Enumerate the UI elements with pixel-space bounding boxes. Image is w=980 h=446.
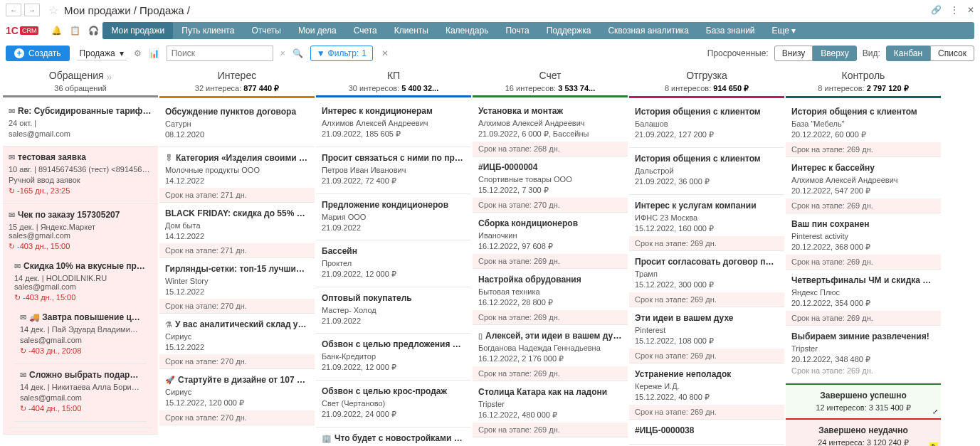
menu-item-9[interactable]: Сквозная аналитика (599, 22, 697, 39)
nav-back-button[interactable]: ← (6, 4, 21, 16)
favorite-star-icon[interactable]: ☆ (48, 4, 58, 17)
kanban-card[interactable]: 🏢Что будет с новостройками в 2023-м?Циан… (316, 428, 471, 446)
plus-icon: + (14, 48, 24, 58)
create-button[interactable]: + Создать (6, 46, 70, 61)
gear-icon[interactable]: ⚙ (134, 48, 142, 58)
brand-logo: 1C CRM (6, 25, 38, 36)
kanban-card[interactable]: Просит связаться с ними по продаже к...П… (316, 147, 471, 194)
link-icon[interactable]: 🔗 (931, 5, 942, 15)
card-type-icon: 🎖 (165, 154, 173, 162)
kanban-card[interactable]: Оптовый покупательМастер- Холод21.09.202… (316, 287, 471, 334)
breadcrumb: Мои продажи / Продажа / (64, 4, 190, 16)
card-type-icon: ⚗ (165, 320, 172, 329)
kanban-card[interactable]: ▯Алексей, эти идеи в вашем духеБогданова… (473, 325, 628, 381)
headset-icon[interactable]: 🎧 (86, 23, 100, 38)
close-window-icon[interactable]: ✕ (967, 5, 974, 15)
menu-item-10[interactable]: База знаний (697, 22, 764, 39)
filter-clear-icon[interactable]: ✕ (381, 48, 389, 58)
menu-item-5[interactable]: Клиенты (386, 22, 437, 39)
toggle-Канбан[interactable]: Канбан (886, 46, 930, 61)
kanban-card[interactable]: BLACK FRIDAY: скидка до 55% или уро...До… (159, 203, 315, 258)
card-type-icon: ✉ (20, 313, 26, 322)
column-footer-fail[interactable]: Завершено неудачно24 интереса: 3 120 240… (786, 418, 941, 446)
clipboard-icon[interactable]: 📋 (68, 23, 82, 38)
kanban-card[interactable]: Гирлянды-сетки: топ-15 лучших модел...Wi… (159, 258, 315, 314)
toggle-Вверху[interactable]: Вверху (813, 46, 856, 61)
card-type-icon: 🚀 (165, 376, 175, 384)
kanban-card[interactable]: БассейнПроктел21.09.2022, 12 000 ₽ (316, 240, 471, 287)
search-icon[interactable]: 🔍 (293, 48, 303, 58)
kanban-card[interactable]: 🎖Категория «Изделия своими руками...Моло… (159, 147, 315, 203)
stage-duration: Срок на этапе: 269 дн. (473, 366, 628, 381)
kanban-card[interactable]: #ИЦБ-0000004Спортивные товары ООО15.12.2… (473, 156, 628, 213)
kanban-column: Счет 16 интересов: 3 533 74... Установка… (473, 65, 628, 446)
kanban-card[interactable]: Просит согласовать договор партнераТрамп… (629, 251, 784, 307)
kebab-menu-icon[interactable]: ⋮ (950, 5, 959, 15)
menubar: 1C CRM 🔔 📋 🎧 Мои продажиПуть клиентаОтче… (0, 20, 980, 41)
bell-icon[interactable]: 🔔 (49, 23, 63, 38)
kanban-card[interactable]: 🚀Стартуйте в дизайне от 107 ₽ в деньСири… (159, 369, 315, 425)
column-header: КП 30 интересов: 5 400 32... (316, 65, 471, 100)
kanban-card[interactable]: ✉Скидка 10% на вкусные продукты ...14 де… (9, 255, 152, 428)
entity-select[interactable]: Продажа ▾ (77, 47, 127, 60)
kanban-card[interactable]: ✉Сложно выбрать подарок? 🎁14 дек. | Ники… (14, 364, 147, 422)
kanban-card[interactable]: ✉тестовая заявка10 авг. | 89145674536 (т… (3, 147, 158, 204)
toggle-Список[interactable]: Список (930, 46, 974, 61)
kanban-card[interactable]: ✉Re: Субсидированные тарифы на ...24 окт… (3, 100, 158, 147)
kanban-card[interactable]: История общения с клиентомБаза "Мебель"2… (786, 101, 941, 157)
menu-item-6[interactable]: Календарь (437, 22, 497, 39)
kanban-card[interactable]: Обзвон с целью предложения услугБанк-Кре… (316, 334, 471, 381)
toolbar: + Создать Продажа ▾ ⚙ 📊 × 🔍 ▼ Фильтр: 1 … (0, 41, 980, 65)
stage-duration: Срок на этапе: 269 дн. (473, 310, 628, 324)
kanban-card[interactable]: ✉Чек по заказу 15730520715 дек. | Яндекс… (3, 204, 158, 435)
kanban-card[interactable]: Интерес к услугам компанииИФНС 23 Москва… (629, 195, 784, 251)
kanban-card[interactable]: #ИЦБ-0000038 (629, 420, 784, 445)
kanban-card[interactable]: Установка и монтажАлхимов Алексей Андрее… (473, 100, 628, 156)
kanban-card[interactable]: Обзвон с целью крос-продажСвет (Чертанов… (316, 381, 471, 428)
menu-item-11[interactable]: Еще ▾ (764, 22, 805, 39)
column-footer-success[interactable]: Завершено успешно12 интересов: 3 315 400… (786, 383, 941, 418)
kanban-card[interactable]: Обсуждение пунктов договораСатурн08.12.2… (159, 101, 315, 147)
kanban-card[interactable]: Устранение неполадокКереже И.Д.15.12.202… (629, 363, 784, 420)
kanban-card[interactable]: ✉🚚 Завтра повышение цен!14 дек. | Пай Эд… (14, 307, 147, 364)
kanban-card[interactable]: Сборка кондиционеровИваночкин16.12.2022,… (473, 213, 628, 269)
nav-forward-button[interactable]: → (24, 4, 40, 16)
kanban-card[interactable]: Четвертьфиналы ЧМ и скидка в ЕдеЯндекс П… (786, 270, 941, 326)
kanban-card[interactable]: Ваш пин сохраненPinterest activity20.12.… (786, 213, 941, 270)
column-header: Счет 16 интересов: 3 533 74... (473, 65, 628, 100)
menu-item-2[interactable]: Отчеты (243, 22, 289, 39)
filter-chip[interactable]: ▼ Фильтр: 1 (310, 46, 373, 61)
kanban-card[interactable]: История общения с клиентомДальстрой21.09… (629, 148, 784, 195)
toggle-Внизу[interactable]: Внизу (774, 46, 813, 61)
kanban-card[interactable]: ⚗У вас аналитический склад ума?Сириус15.… (159, 314, 315, 369)
search-input[interactable] (167, 46, 273, 61)
kanban-card[interactable]: Эти идеи в вашем духеPinterest15.12.2022… (629, 307, 784, 363)
menu-item-7[interactable]: Почта (497, 22, 537, 39)
menu-item-1[interactable]: Путь клиента (173, 22, 243, 39)
menu-item-8[interactable]: Поддержка (538, 22, 600, 39)
search-clear-icon[interactable]: × (280, 48, 285, 58)
stage-duration: Срок на этапе: 269 дн. (786, 142, 941, 156)
kanban-column: Обращения » 36 обращений ✉Re: Субсидиров… (3, 65, 158, 446)
kanban-card[interactable]: Столица Катара как на ладониTripster16.1… (473, 381, 628, 437)
kanban-card[interactable]: Интерес к кондиционерамАлхимов Алексей А… (316, 100, 471, 147)
kanban-card[interactable]: История общения с клиентомБалашов21.09.2… (629, 101, 784, 148)
kanban-card[interactable]: Интерес к бассейнуАлхимов Алексей Андрее… (786, 157, 941, 213)
stage-duration: Срок на этапе: 269 дн. (786, 255, 941, 269)
note-icon[interactable]: ✎ (929, 442, 938, 446)
card-type-icon: ▯ (478, 331, 483, 340)
stage-duration: Срок на этапе: 269 дн. (473, 254, 628, 268)
menu-item-4[interactable]: Счета (345, 22, 386, 39)
expand-icon[interactable]: ⤢ (932, 408, 938, 415)
kanban-board: Обращения » 36 обращений ✉Re: Субсидиров… (0, 65, 980, 446)
column-header: Контроль 8 интересов: 2 797 120 ₽ (786, 65, 941, 101)
chart-icon[interactable]: 📊 (149, 48, 159, 58)
card-type-icon: ✉ (9, 211, 15, 219)
main-menu: Мои продажиПуть клиентаОтчетыМои делаСче… (102, 22, 974, 39)
card-type-icon: ✉ (14, 262, 21, 270)
kanban-card[interactable]: Выбираем зимние развлечения!Tripster20.1… (786, 326, 941, 383)
kanban-card[interactable]: Предложение кондиционеровМария ООО21.09.… (316, 194, 471, 240)
menu-item-3[interactable]: Мои дела (290, 22, 345, 39)
menu-item-0[interactable]: Мои продажи (102, 22, 173, 39)
kanban-card[interactable]: Настройка обрудованияБытовая техника16.1… (473, 269, 628, 325)
